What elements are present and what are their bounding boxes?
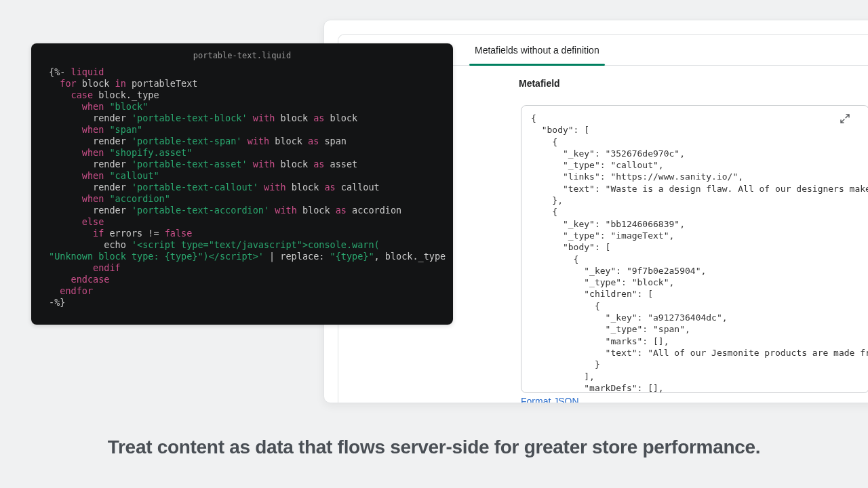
format-json-link[interactable]: Format JSON <box>521 396 579 403</box>
code-body[interactable]: {%- liquid for block in portableText cas… <box>31 66 453 322</box>
hero-tagline: Treat content as data that flows server-… <box>0 436 868 458</box>
code-filename: portable-text.liquid <box>31 43 453 66</box>
expand-icon[interactable] <box>838 112 852 125</box>
code-editor-panel: portable-text.liquid {%- liquid for bloc… <box>31 43 453 325</box>
tab-metafields-no-definition[interactable]: Metafields without a definition <box>469 35 605 65</box>
metafield-json-viewer[interactable]: { "body": [ { "_key": "352676de970c", "_… <box>521 105 868 393</box>
